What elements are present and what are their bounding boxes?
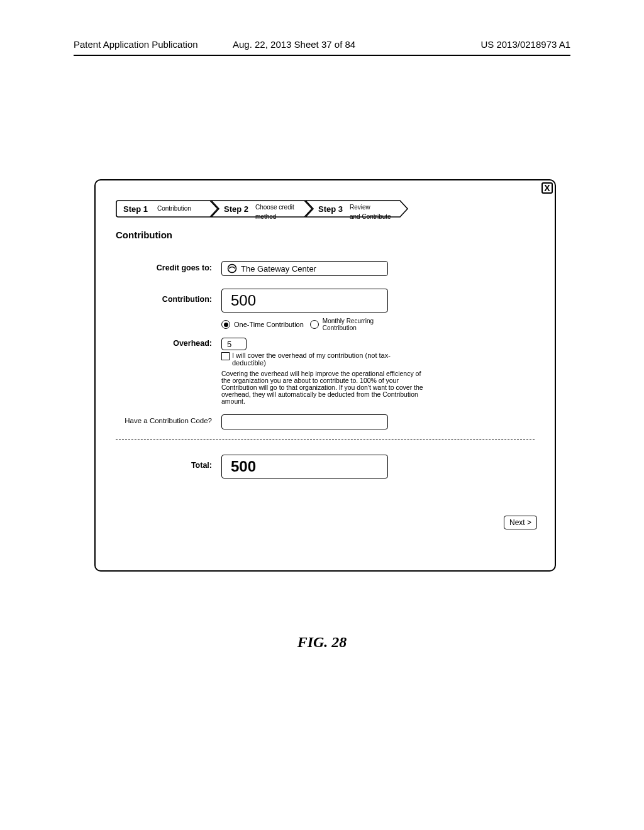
label-credit-goes-to: Credit goes to: xyxy=(96,263,212,272)
overhead-note: Covering the overhead will help improve … xyxy=(221,370,429,405)
header-publication: Patent Application Publication xyxy=(74,39,198,50)
overhead-checkbox-row: I will cover the overhead of my contribu… xyxy=(221,351,402,367)
step-1-sub: Contribution xyxy=(157,206,191,212)
cover-overhead-label: I will cover the overhead of my contribu… xyxy=(232,351,402,367)
step-1-title[interactable]: Step 1 xyxy=(123,204,148,214)
radio-monthly-label: Monthly Recurring Contribution xyxy=(323,318,374,331)
next-button[interactable]: Next > xyxy=(504,516,537,529)
header-patent-number: US 2013/0218973 A1 xyxy=(480,39,570,50)
contribution-amount-value: 500 xyxy=(231,292,256,309)
cover-overhead-checkbox[interactable] xyxy=(221,352,230,360)
radio-monthly[interactable] xyxy=(310,320,319,329)
credit-goes-to-field[interactable]: The Gateway Center xyxy=(221,261,388,276)
close-button[interactable]: X xyxy=(541,182,553,194)
total-value: 500 xyxy=(231,458,256,475)
label-contribution-code: Have a Contribution Code? xyxy=(96,417,212,424)
org-logo-icon xyxy=(227,263,237,274)
step-3-sub: Review and Contribute xyxy=(350,202,391,221)
label-contribution: Contribution: xyxy=(96,295,212,304)
contribution-amount-field[interactable]: 500 xyxy=(221,289,388,313)
label-total: Total: xyxy=(96,461,212,470)
label-overhead: Overhead: xyxy=(96,339,212,348)
contribution-frequency-group: One-Time Contribution Monthly Recurring … xyxy=(221,318,374,331)
total-field: 500 xyxy=(221,455,388,479)
figure-caption: FIG. 28 xyxy=(0,634,644,651)
header-rule xyxy=(74,55,570,56)
header-sheet: Aug. 22, 2013 Sheet 37 of 84 xyxy=(233,39,355,50)
radio-one-time[interactable] xyxy=(221,320,230,329)
step-2-title[interactable]: Step 2 xyxy=(224,204,248,214)
credit-goes-to-value: The Gateway Center xyxy=(241,264,316,274)
section-title: Contribution xyxy=(116,230,172,240)
step-indicator: Step 1 Contribution Step 2 Choose credit… xyxy=(116,199,411,217)
divider-dashed xyxy=(116,440,535,440)
contribution-code-field[interactable] xyxy=(221,414,388,429)
overhead-value: 5 xyxy=(227,340,231,349)
radio-one-time-label: One-Time Contribution xyxy=(234,321,304,328)
step-2-sub: Choose credit method xyxy=(255,202,294,221)
contribution-dialog: X Step 1 Contribution Step 2 Choose cred… xyxy=(94,179,556,572)
step-3-title[interactable]: Step 3 xyxy=(318,204,343,214)
overhead-field[interactable]: 5 xyxy=(221,338,247,350)
